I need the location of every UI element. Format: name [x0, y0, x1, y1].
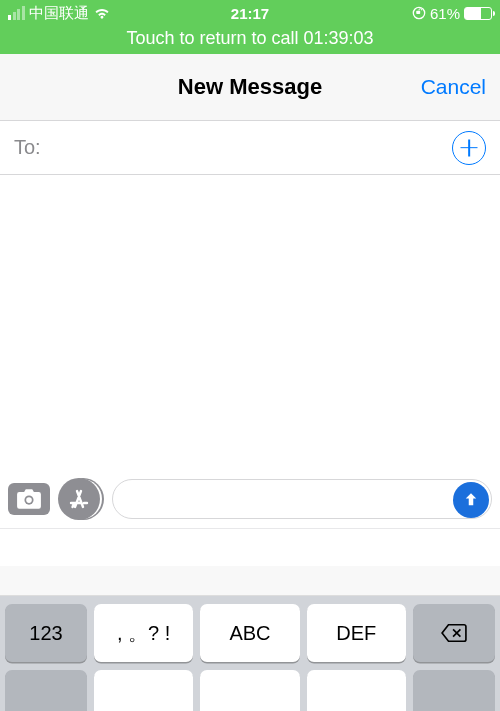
- send-button[interactable]: [453, 482, 489, 518]
- key-partial-3[interactable]: [307, 670, 406, 711]
- app-store-button[interactable]: [58, 478, 100, 520]
- svg-rect-1: [416, 11, 420, 14]
- message-body-area[interactable]: [0, 175, 500, 470]
- rotation-lock-icon: [412, 6, 426, 20]
- to-label: To:: [14, 136, 41, 159]
- key-partial-right[interactable]: [413, 670, 495, 711]
- battery-percentage: 61%: [430, 5, 460, 22]
- key-punctuation[interactable]: , 。? !: [94, 604, 193, 662]
- to-input[interactable]: [41, 121, 452, 174]
- keyboard-row-partial: [0, 670, 500, 711]
- key-numbers[interactable]: 123: [5, 604, 87, 662]
- page-title: New Message: [178, 74, 322, 100]
- message-toolbar: [0, 470, 500, 528]
- key-partial-left[interactable]: [5, 670, 87, 711]
- suggestion-bar: [0, 528, 500, 566]
- battery-icon: [464, 7, 492, 20]
- call-return-text: Touch to return to call 01:39:03: [0, 24, 500, 52]
- call-return-banner[interactable]: 中国联通 21:17 61% Touch to return to call 0…: [0, 0, 500, 54]
- key-partial-1[interactable]: [94, 670, 193, 711]
- add-contact-button[interactable]: [452, 131, 486, 165]
- message-input[interactable]: [112, 479, 492, 519]
- key-partial-2[interactable]: [200, 670, 299, 711]
- key-def[interactable]: DEF: [307, 604, 406, 662]
- cancel-button[interactable]: Cancel: [421, 75, 486, 99]
- keyboard-top-divider: [0, 566, 500, 596]
- keyboard: 123 , 。? ! ABC DEF: [0, 596, 500, 670]
- nav-bar: New Message Cancel: [0, 54, 500, 120]
- to-field-row: To:: [0, 120, 500, 175]
- key-backspace[interactable]: [413, 604, 495, 662]
- svg-point-3: [26, 497, 32, 503]
- camera-button[interactable]: [8, 483, 50, 515]
- key-abc[interactable]: ABC: [200, 604, 299, 662]
- status-bar: 中国联通 21:17 61%: [0, 0, 500, 24]
